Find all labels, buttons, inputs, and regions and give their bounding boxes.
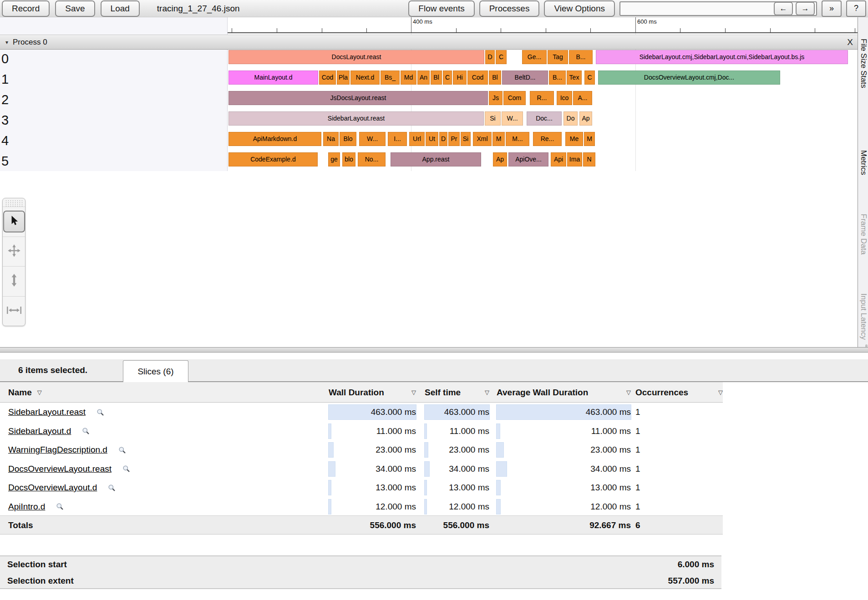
selection-tool-button[interactable]	[3, 207, 25, 237]
zoom-tool-button[interactable]	[3, 266, 25, 296]
trace-slice[interactable]: D	[439, 132, 447, 146]
trace-slice[interactable]: B...	[569, 50, 593, 64]
slice-name-link[interactable]: ApiIntro.d	[8, 502, 45, 512]
trace-slice[interactable]: D	[485, 50, 495, 64]
trace-slice[interactable]: ApiMarkdown.d	[228, 132, 321, 146]
magnifier-icon[interactable]	[118, 446, 126, 454]
trace-slice[interactable]: Pla	[337, 71, 350, 85]
trace-slice[interactable]: Api	[551, 152, 566, 166]
trace-slice[interactable]: Ap	[579, 111, 592, 126]
trace-slice[interactable]: SidebarLayout.reast	[228, 111, 484, 126]
magnifier-icon[interactable]	[56, 503, 64, 510]
trace-slice[interactable]: W...	[359, 132, 386, 146]
sort-arrow-icon[interactable]: ▽	[485, 389, 489, 396]
trace-slice[interactable]: Re...	[533, 132, 562, 146]
trace-slice[interactable]: blo	[342, 152, 355, 166]
trace-slice[interactable]: Next.d	[350, 71, 380, 85]
trace-slice[interactable]: Cod	[467, 71, 488, 85]
trace-slice[interactable]: Do	[563, 111, 578, 126]
find-input[interactable]	[622, 2, 771, 15]
sort-arrow-icon[interactable]: ▽	[718, 389, 723, 396]
process-close-button[interactable]: X	[847, 35, 853, 49]
trace-slice[interactable]: Doc...	[527, 111, 562, 126]
trace-slice[interactable]: DocsOverviewLayout.cmj,Doc...	[598, 71, 780, 85]
trace-slice[interactable]: Cod	[319, 71, 336, 85]
trace-slice[interactable]: Bs_	[381, 71, 400, 85]
trace-slice[interactable]: M	[492, 132, 505, 146]
tab-slices[interactable]: Slices (6)	[123, 360, 188, 383]
trace-slice[interactable]: R...	[530, 91, 554, 105]
flow-events-button[interactable]: Flow events	[408, 0, 474, 17]
trace-slice[interactable]: Bl	[489, 71, 501, 85]
trace-slice[interactable]: Si	[461, 132, 471, 146]
palette-drag-handle[interactable]	[5, 200, 23, 207]
collapse-controls-button[interactable]: »	[822, 0, 842, 17]
trace-slice[interactable]: Tag	[548, 50, 568, 64]
trace-slice[interactable]: C	[443, 71, 452, 85]
trace-slice[interactable]: Ima	[567, 152, 582, 166]
record-button[interactable]: Record	[2, 0, 50, 17]
trace-slice[interactable]: W...	[502, 111, 523, 126]
load-button[interactable]: Load	[101, 0, 140, 17]
sort-arrow-icon[interactable]: ▽	[37, 389, 42, 396]
processes-button[interactable]: Processes	[479, 0, 540, 17]
trace-slice[interactable]: C	[584, 71, 595, 85]
magnifier-icon[interactable]	[122, 465, 130, 473]
trace-slice[interactable]: App.reast	[391, 152, 481, 166]
trace-slice[interactable]: M...	[506, 132, 529, 146]
trace-slice[interactable]: Com	[503, 91, 526, 105]
side-tab-frame-data[interactable]: Frame Data	[859, 214, 868, 255]
magnifier-icon[interactable]	[82, 427, 90, 435]
column-header-average-wall-duration[interactable]: Average Wall Duration▽	[497, 382, 631, 403]
trace-slice[interactable]: Si	[485, 111, 501, 126]
slice-name-link[interactable]: DocsOverviewLayout.reast	[8, 464, 112, 474]
slice-name-link[interactable]: DocsOverviewLayout.d	[8, 483, 97, 493]
slice-name-link[interactable]: SidebarLayout.d	[8, 426, 71, 436]
trace-slice[interactable]: Xml	[473, 132, 492, 146]
collapse-triangle-icon[interactable]: ▾	[5, 39, 8, 45]
trace-slice[interactable]: A...	[573, 91, 592, 105]
find-next-button[interactable]: →	[796, 2, 815, 15]
trace-slice[interactable]: Tex	[567, 71, 582, 85]
trace-slice[interactable]: Na	[323, 132, 339, 146]
side-tab-input-latency[interactable]: Input Latency	[859, 293, 868, 340]
trace-slice[interactable]: Me	[565, 132, 583, 146]
trace-slice[interactable]: SidebarLayout.cmj,SidebarLayout.cmi,Side…	[596, 50, 848, 64]
save-button[interactable]: Save	[55, 0, 95, 17]
trace-slice[interactable]: DocsLayout.reast	[228, 50, 484, 64]
trace-slice[interactable]: An	[417, 71, 430, 85]
trace-slice[interactable]: C	[496, 50, 507, 64]
trace-slice[interactable]: Url	[409, 132, 425, 146]
magnifier-icon[interactable]	[96, 408, 104, 416]
find-previous-button[interactable]: ←	[774, 2, 793, 15]
help-button[interactable]: ?	[846, 0, 866, 17]
trace-slice[interactable]: BeltD...	[502, 71, 548, 85]
trace-slice[interactable]: N	[583, 152, 595, 166]
pan-tool-button[interactable]	[3, 237, 25, 267]
sort-arrow-icon[interactable]: ▽	[411, 389, 416, 396]
trace-slice[interactable]: Md	[401, 71, 416, 85]
trace-slice[interactable]: Pr	[448, 132, 460, 146]
trace-slice[interactable]: MainLayout.d	[228, 71, 318, 85]
trace-slice[interactable]: ge	[328, 152, 340, 166]
trace-slice[interactable]: Hi	[453, 71, 467, 85]
view-options-button[interactable]: View Options	[544, 0, 615, 17]
trace-slice[interactable]: CodeExample.d	[228, 152, 318, 166]
trace-slice[interactable]: No...	[358, 152, 386, 166]
side-tab-file-size-stats[interactable]: File Size Stats	[859, 39, 868, 88]
magnifier-icon[interactable]	[108, 484, 116, 492]
process-header[interactable]: ▾ Process 0 X	[0, 35, 858, 50]
trace-slice[interactable]: JsDocsLayout.reast	[228, 91, 488, 105]
column-header-wall-duration[interactable]: Wall Duration▽	[329, 382, 416, 403]
slice-name-link[interactable]: WarningFlagDescription.d	[8, 445, 107, 455]
trace-slice[interactable]: Ap	[493, 152, 507, 166]
panel-splitter[interactable]	[0, 347, 868, 353]
trace-slice[interactable]: Ge...	[522, 50, 547, 64]
sort-arrow-icon[interactable]: ▽	[626, 389, 631, 396]
side-tab-metrics[interactable]: Metrics	[859, 150, 868, 175]
column-header-occurrences[interactable]: Occurrences▽	[635, 382, 723, 403]
trace-slice[interactable]: M	[584, 132, 595, 146]
trace-slice[interactable]: I...	[388, 132, 407, 146]
trace-slice[interactable]: ApiOve...	[508, 152, 548, 166]
column-header-name[interactable]: Name▽	[8, 382, 42, 403]
